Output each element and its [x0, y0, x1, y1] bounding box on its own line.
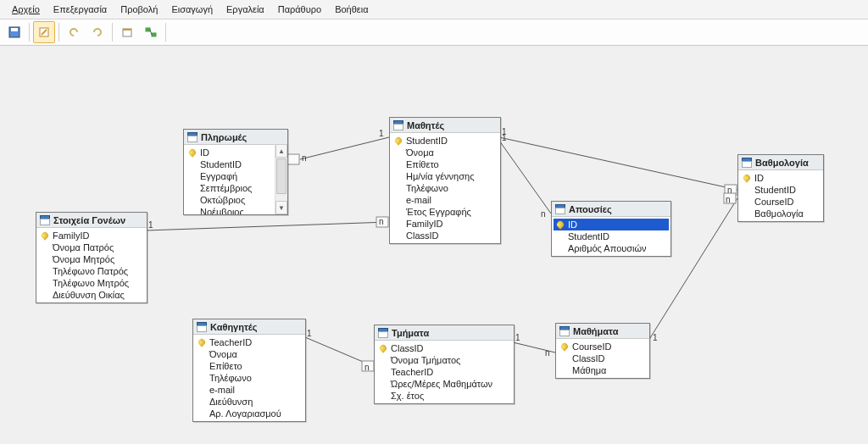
svg-rect-20 [376, 217, 388, 227]
field-row[interactable]: Έτος Εγγραφής [392, 206, 498, 218]
key-icon [380, 392, 387, 400]
menu-edit[interactable]: Επεξεργασία [47, 3, 114, 16]
field-row[interactable]: StudentID [186, 158, 274, 170]
field-row[interactable]: ID [740, 172, 821, 184]
menu-view[interactable]: Προβολή [114, 3, 164, 16]
field-row[interactable]: Τηλέφωνο [195, 372, 303, 384]
scroll-down-icon[interactable]: ▼ [275, 201, 287, 214]
field-row[interactable]: Όνομα Μητρός [38, 253, 145, 265]
field-row[interactable]: Τηλέφωνο Πατρός [38, 265, 145, 277]
field-row[interactable]: Όνομα [195, 348, 303, 360]
field-row[interactable]: Νοέμβριος [186, 206, 274, 214]
svg-text:n: n [379, 217, 384, 226]
table-grades[interactable]: ΒαθμολογίαIDStudentIDCourseIDΒαθμολογία [737, 154, 824, 222]
menubar[interactable]: Αρχείο Επεξεργασία Προβολή Εισαγωγή Εργα… [0, 0, 868, 19]
field-row[interactable]: Μάθημα [558, 364, 648, 376]
field-row[interactable]: e-mail [392, 194, 498, 206]
table-payments[interactable]: ΠληρωμέςIDStudentIDΕγγραφήΣεπτέμβριοςΟκτ… [183, 129, 288, 215]
table-parents[interactable]: Στοιχεία ΓονέωνFamilyIDΌνομα ΠατρόςΌνομα… [36, 212, 147, 303]
table-title: Πληρωμές [201, 132, 247, 142]
diagram-canvas[interactable]: 1n 1n 1n 1n 1n 1n 1n Στοιχεία ΓονέωνFami… [0, 46, 868, 444]
menu-file[interactable]: Αρχείο [5, 3, 47, 16]
field-row[interactable]: StudentID [740, 184, 821, 196]
field-row[interactable]: CourseID [558, 341, 648, 352]
field-row[interactable]: Σχ. έτος [376, 390, 512, 402]
field-row[interactable]: TeacherID [195, 336, 303, 348]
key-icon [561, 355, 569, 363]
scrollbar[interactable]: ▲▼ [275, 144, 287, 214]
key-icon [189, 197, 197, 204]
key-icon [42, 256, 49, 264]
field-row[interactable]: CourseID [740, 196, 821, 208]
svg-text:n: n [302, 153, 307, 163]
svg-text:n: n [726, 195, 731, 204]
table-header[interactable]: Βαθμολογία [738, 155, 823, 170]
field-row[interactable]: Διεύθυνση Οικίας [38, 289, 145, 301]
scroll-thumb[interactable] [276, 158, 287, 194]
svg-line-15 [499, 137, 737, 190]
menu-window[interactable]: Παράθυρο [271, 3, 328, 16]
field-row[interactable]: ID [186, 147, 274, 158]
field-row[interactable]: Αριθμός Απουσιών [554, 242, 669, 254]
field-row[interactable]: ClassID [392, 230, 498, 241]
key-icon [380, 345, 387, 352]
table-header[interactable]: Μαθήματα [556, 324, 649, 339]
field-row[interactable]: Τηλέφωνο [392, 182, 498, 194]
edit-icon[interactable] [33, 21, 55, 43]
field-row[interactable]: Οκτώβριος [186, 194, 274, 206]
table-title: Απουσίες [569, 204, 612, 214]
table-header[interactable]: Απουσίες [552, 202, 670, 217]
field-row[interactable]: FamilyID [392, 218, 498, 230]
table-teachers[interactable]: ΚαθηγητέςTeacherIDΌνομαΕπίθετοΤηλέφωνοe-… [192, 319, 306, 422]
table-header[interactable]: Μαθητές [390, 118, 500, 133]
new-table-icon[interactable] [116, 21, 138, 43]
field-row[interactable]: TeacherID [376, 366, 512, 378]
table-header[interactable]: Καθηγητές [193, 319, 305, 335]
table-absences[interactable]: ΑπουσίεςIDStudentIDΑριθμός Απουσιών [551, 201, 671, 257]
field-row[interactable]: Εγγραφή [186, 170, 274, 182]
table-courses[interactable]: ΜαθήματαCourseIDClassIDΜάθημα [555, 323, 650, 379]
field-label: Σχ. έτος [391, 391, 424, 401]
field-label: TeacherID [209, 337, 252, 347]
redo-icon[interactable] [86, 21, 108, 43]
table-classes[interactable]: ΤμήματαClassIDΌνομα ΤμήματοςTeacherIDΏρε… [374, 325, 515, 404]
field-row[interactable]: Σεπτέμβριος [186, 182, 274, 194]
field-row[interactable]: e-mail [195, 384, 303, 396]
scroll-up-icon[interactable]: ▲ [275, 144, 287, 158]
field-row[interactable]: Όνομα Πατρός [38, 241, 145, 253]
field-row[interactable]: Όνομα [392, 147, 498, 158]
field-row[interactable]: ClassID [558, 352, 648, 364]
table-students[interactable]: ΜαθητέςStudentIDΌνομαΕπίθετοΗμ/νία γέννη… [389, 117, 501, 244]
field-label: Οκτώβριος [200, 195, 245, 205]
menu-insert[interactable]: Εισαγωγή [164, 3, 220, 16]
field-row[interactable]: Επίθετο [392, 158, 498, 170]
field-label: e-mail [406, 195, 431, 205]
field-row[interactable]: Ημ/νία γέννησης [392, 170, 498, 182]
save-icon[interactable] [3, 21, 25, 43]
table-header[interactable]: Τμήματα [375, 325, 514, 341]
field-row[interactable]: ID [554, 219, 669, 230]
menu-tools[interactable]: Εργαλεία [220, 3, 271, 16]
undo-icon[interactable] [63, 21, 85, 43]
field-row[interactable]: FamilyID [38, 230, 145, 241]
table-header[interactable]: Πληρωμές [184, 130, 287, 145]
relationship-icon[interactable] [140, 21, 162, 43]
key-icon [42, 232, 49, 240]
table-icon [40, 215, 50, 225]
svg-line-19 [146, 222, 388, 230]
field-row[interactable]: StudentID [554, 230, 669, 242]
table-title: Καθηγητές [210, 322, 258, 332]
table-header[interactable]: Στοιχεία Γονέων [36, 213, 147, 228]
field-row[interactable]: StudentID [392, 135, 498, 147]
field-row[interactable]: Διεύθυνση [195, 396, 303, 408]
field-row[interactable]: Βαθμολογία [740, 208, 821, 219]
menu-help[interactable]: Βοήθεια [328, 3, 375, 16]
field-row[interactable]: Όνομα Τμήματος [376, 354, 512, 366]
field-row[interactable]: ClassID [376, 342, 512, 354]
field-row[interactable]: Επίθετο [195, 360, 303, 372]
field-row[interactable]: Τηλέφωνο Μητρός [38, 277, 145, 289]
field-row[interactable]: Αρ. Λογαριασμού [195, 408, 303, 419]
field-label: Μάθημα [572, 365, 606, 375]
field-row[interactable]: Ώρες/Μέρες Μαθημάτων [376, 378, 512, 390]
key-icon [42, 280, 49, 287]
